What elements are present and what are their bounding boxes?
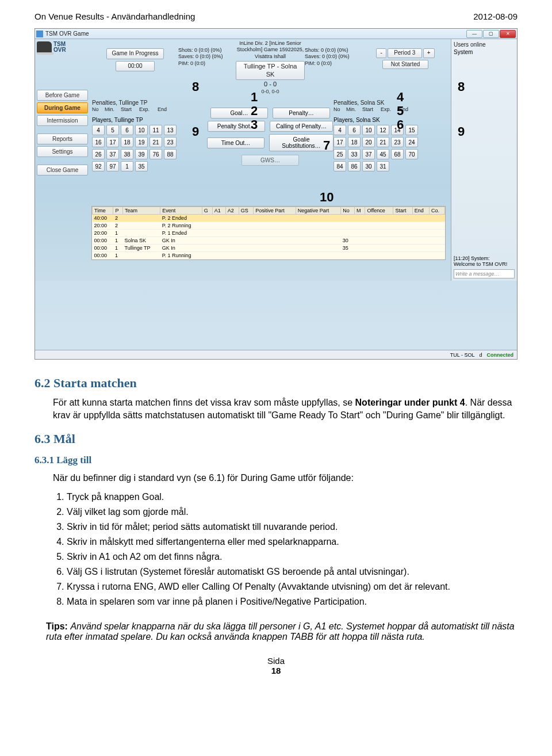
player-number-button[interactable]: 86 — [348, 161, 361, 171]
shots-home: Shots: 0 (0:0) (0%) — [178, 47, 236, 54]
player-number-button[interactable]: 16 — [92, 137, 105, 147]
goalie-sub-button[interactable]: Goalie Substitutions… — [269, 134, 334, 151]
players-home-grid: 4561011131617181921232637383976889297135 — [92, 125, 184, 171]
nav-close-game[interactable]: Close Game — [37, 165, 88, 175]
player-number-button[interactable]: 4 — [334, 125, 346, 135]
period-label-button[interactable]: Period 3 — [388, 48, 422, 58]
statusbar: TUL - SOL d Connected — [35, 350, 517, 359]
player-number-button[interactable]: 24 — [405, 137, 418, 147]
player-number-button[interactable]: 14 — [391, 125, 404, 135]
player-number-button[interactable]: 37 — [106, 149, 119, 159]
player-number-button[interactable]: 70 — [405, 149, 418, 159]
app-window: TSM OVR Game — ▢ ✕ TSMOVR Before Game Du — [34, 28, 518, 360]
status-mid: d — [479, 352, 482, 358]
penalty-shot-button[interactable]: Penalty Shot… — [208, 121, 265, 132]
player-number-button[interactable]: 18 — [121, 137, 133, 147]
close-window-button[interactable]: ✕ — [500, 30, 516, 38]
message-input[interactable]: Write a message… — [454, 269, 515, 278]
event-log-col: A2 — [225, 207, 239, 215]
event-log-row[interactable]: 40:002P. 2 Ended — [93, 215, 445, 222]
event-log-row[interactable]: 00:001Solna SKGK In30 — [93, 237, 445, 245]
matchup-button[interactable]: Tullinge TP - Solna SK — [236, 61, 305, 81]
player-number-button[interactable]: 12 — [377, 125, 389, 135]
timeout-button[interactable]: Time Out… — [207, 138, 264, 148]
event-log-col: G — [202, 207, 212, 215]
nav-during-game[interactable]: During Game — [37, 102, 88, 113]
player-number-button[interactable]: 37 — [362, 149, 375, 159]
left-nav: TSMOVR Before Game During Game Intermiss… — [35, 39, 90, 281]
brand: TSMOVR — [37, 41, 88, 53]
player-number-button[interactable]: 88 — [164, 149, 177, 159]
player-number-button[interactable]: 18 — [348, 137, 361, 147]
period-prev-button[interactable]: - — [376, 48, 386, 58]
player-number-button[interactable]: 19 — [135, 137, 148, 147]
player-number-button[interactable]: 35 — [135, 161, 148, 171]
player-number-button[interactable]: 6 — [348, 125, 361, 135]
player-number-button[interactable]: 31 — [377, 161, 389, 171]
player-number-button[interactable]: 84 — [334, 161, 346, 171]
player-number-button[interactable]: 26 — [92, 149, 105, 159]
player-number-button[interactable]: 21 — [150, 137, 162, 147]
pim-home: PIM: 0 (0:0) — [178, 60, 236, 67]
player-number-button[interactable]: 21 — [377, 137, 389, 147]
nav-intermission[interactable]: Intermission — [37, 115, 88, 126]
heading-6-3: 6.3 Mål — [34, 432, 518, 446]
event-log-col: Negative Part — [296, 207, 341, 215]
nav-reports[interactable]: Reports — [37, 133, 88, 144]
goal-button[interactable]: Goal… — [210, 108, 268, 119]
player-number-button[interactable]: 10 — [362, 125, 375, 135]
game-clock-button[interactable]: 00:00 — [116, 61, 154, 72]
player-number-button[interactable]: 33 — [348, 149, 361, 159]
calling-of-penalty-button[interactable]: Calling of Penalty… — [270, 121, 333, 132]
player-number-button[interactable]: 23 — [391, 137, 404, 147]
event-log-col: GS — [239, 207, 254, 215]
player-number-button[interactable]: 20 — [362, 137, 375, 147]
penalty-button[interactable]: Penalty… — [273, 108, 330, 119]
period-next-button[interactable]: + — [423, 48, 435, 58]
penalties-away-header: No Min. Start Exp. End — [334, 106, 448, 112]
player-number-button[interactable]: 13 — [164, 125, 177, 135]
nav-before-game[interactable]: Before Game — [37, 90, 88, 101]
game-status-button[interactable]: Game In Progress — [106, 48, 163, 59]
step-1: Tryck på knappen Goal. — [67, 490, 518, 504]
player-number-button[interactable]: 17 — [334, 137, 346, 147]
maximize-button[interactable]: ▢ — [483, 30, 499, 38]
step-8: Mata in spelaren som var inne på planen … — [67, 595, 518, 609]
event-log-row[interactable]: 00:001P. 1 Running — [93, 252, 445, 259]
player-number-button[interactable]: 38 — [121, 149, 133, 159]
player-number-button[interactable]: 68 — [391, 149, 404, 159]
window-title: TSM OVR Game — [45, 30, 466, 37]
player-number-button[interactable]: 17 — [106, 137, 119, 147]
event-log-row[interactable]: 20:001P. 1 Ended — [93, 230, 445, 237]
step-5: Skriv in A1 och A2 om det finns några. — [67, 550, 518, 564]
step-6: Välj GS i listrutan (Systemet föreslår a… — [67, 565, 518, 579]
player-number-button[interactable]: 45 — [377, 149, 389, 159]
player-number-button[interactable]: 76 — [150, 149, 162, 159]
player-number-button[interactable]: 4 — [92, 125, 105, 135]
score: 0 - 0 — [236, 81, 305, 89]
player-number-button[interactable]: 30 — [362, 161, 375, 171]
player-number-button[interactable]: 5 — [106, 125, 119, 135]
league-line: InLine Div. 2 [InLine Senior Stockholm] … — [236, 40, 305, 60]
player-number-button[interactable]: 15 — [405, 125, 418, 135]
player-number-button[interactable]: 23 — [164, 137, 177, 147]
nav-settings[interactable]: Settings — [37, 146, 88, 157]
minimize-button[interactable]: — — [466, 30, 482, 38]
player-number-button[interactable]: 39 — [135, 149, 148, 159]
steps-list: Tryck på knappen Goal. Välj vilket lag s… — [67, 490, 518, 609]
not-started-button[interactable]: Not Started — [382, 60, 428, 70]
player-number-button[interactable]: 11 — [150, 125, 162, 135]
player-number-button[interactable]: 10 — [135, 125, 148, 135]
event-log-row[interactable]: 00:001Tullinge TPGK In35 — [93, 245, 445, 252]
gws-button[interactable]: GWS… — [241, 155, 299, 166]
penalties-home-title: Penalties, Tullinge TP — [92, 100, 207, 106]
player-number-button[interactable]: 92 — [92, 161, 105, 171]
player-number-button[interactable]: 25 — [334, 149, 346, 159]
page-footer: Sida 18 — [34, 656, 518, 675]
app-icon — [36, 30, 43, 37]
event-log-col: Start — [393, 207, 412, 215]
player-number-button[interactable]: 1 — [121, 161, 133, 171]
player-number-button[interactable]: 6 — [121, 125, 133, 135]
player-number-button[interactable]: 97 — [106, 161, 119, 171]
event-log-row[interactable]: 20:002P. 2 Running — [93, 222, 445, 230]
